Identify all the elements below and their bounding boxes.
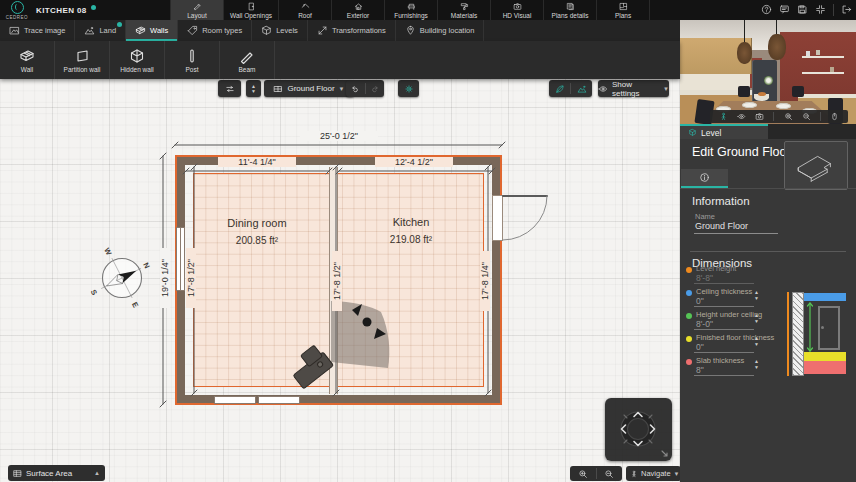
divider bbox=[773, 112, 774, 121]
top-tab-layout[interactable]: Layout bbox=[170, 0, 223, 20]
pin-icon bbox=[405, 25, 416, 36]
ribbon-tab-building-location[interactable]: Building location bbox=[396, 20, 485, 41]
person-icon[interactable] bbox=[719, 112, 728, 121]
top-tab-furnishings[interactable]: Furnishings bbox=[384, 0, 437, 20]
field-stepper[interactable]: ▲▼ bbox=[754, 312, 759, 324]
field-color-dot bbox=[686, 313, 692, 319]
ribbon-tab-room-types[interactable]: Room types bbox=[178, 20, 252, 41]
compass-s: S bbox=[89, 288, 99, 297]
eye-icon[interactable] bbox=[737, 112, 746, 121]
window-actions bbox=[761, 0, 852, 20]
field-value[interactable]: 8" bbox=[696, 365, 704, 375]
navigation-dpad[interactable] bbox=[605, 398, 672, 461]
ribbon-tab-levels[interactable]: Levels bbox=[252, 20, 308, 41]
ribbon-tab-trace-image[interactable]: Trace image bbox=[0, 20, 75, 41]
tool-post[interactable]: Post bbox=[165, 41, 220, 79]
toggle-2d-3d-button[interactable] bbox=[218, 80, 241, 97]
ribbon-tab-land[interactable]: Land bbox=[75, 20, 126, 41]
settings-tool-button[interactable] bbox=[398, 80, 419, 97]
top-tab-hd-visual[interactable]: HD Visual bbox=[490, 0, 543, 20]
vegetation-toggle-icon[interactable] bbox=[549, 84, 570, 94]
field-label: Finished floor thickness bbox=[696, 333, 774, 342]
field-value[interactable]: 0" bbox=[696, 296, 704, 306]
level-selector-dropdown[interactable]: Ground Floor ▼ bbox=[264, 80, 354, 97]
tool-hidden-wall[interactable]: Hidden wall bbox=[110, 41, 165, 79]
save-button[interactable] bbox=[797, 1, 808, 19]
slab-thumbnail[interactable] bbox=[784, 141, 848, 190]
tab-level[interactable]: Level bbox=[680, 124, 768, 139]
field-label: Slab thickness bbox=[696, 356, 744, 365]
field-stepper[interactable]: ▲▼ bbox=[754, 358, 759, 370]
room-label-kitchen[interactable]: Kitchen 219.08 ft² bbox=[351, 216, 471, 245]
level-stepper[interactable]: ▲▼ bbox=[246, 80, 261, 97]
top-tab-wall-openings[interactable]: Wall Openings bbox=[223, 0, 278, 20]
surface-area-button[interactable]: Surface Area ▲ bbox=[8, 465, 105, 481]
roof-icon bbox=[301, 2, 310, 11]
top-tab-roof[interactable]: Roof bbox=[278, 0, 331, 20]
zoomout-icon[interactable] bbox=[802, 112, 811, 121]
window-bottom-2[interactable] bbox=[258, 396, 300, 404]
top-tab-materials[interactable]: Materials bbox=[437, 0, 490, 20]
field-color-dot bbox=[686, 336, 692, 342]
cedreo-logo[interactable]: CEDREO bbox=[2, 0, 32, 20]
tool-partition-wall[interactable]: Partition wall bbox=[55, 41, 110, 79]
stepper-arrows-icon: ▲▼ bbox=[251, 84, 256, 94]
top-tab-exterior[interactable]: Exterior bbox=[331, 0, 384, 20]
tool-beam[interactable]: Beam bbox=[220, 41, 275, 79]
name-field-value[interactable]: Ground Floor bbox=[695, 221, 748, 231]
window-left-wall[interactable] bbox=[176, 227, 185, 291]
person-icon bbox=[630, 470, 638, 478]
diagram-slab-bar bbox=[804, 361, 846, 374]
edit-project-name-icon[interactable] bbox=[91, 5, 96, 10]
zoom-in-icon[interactable] bbox=[578, 469, 588, 479]
ribbon-tab-transformations[interactable]: Transformations bbox=[308, 20, 396, 41]
diagram-ceiling-bar bbox=[804, 293, 846, 301]
diagram-floor-bar bbox=[804, 352, 846, 361]
edit-level-panel: Level Edit Ground Floor Information Name… bbox=[680, 124, 856, 482]
feedback-button[interactable] bbox=[779, 1, 790, 19]
chevron-down-icon: ▼ bbox=[339, 86, 345, 92]
zoomin-icon[interactable] bbox=[784, 112, 793, 121]
window-bottom-1[interactable] bbox=[214, 396, 256, 404]
shrink-icon bbox=[815, 4, 826, 15]
show-settings-label: Show settings bbox=[612, 80, 659, 98]
partition-icon bbox=[74, 48, 90, 64]
help-button[interactable] bbox=[761, 1, 772, 19]
divider bbox=[596, 468, 597, 479]
terrain-toggle-icon[interactable] bbox=[571, 84, 592, 94]
tool-wall[interactable]: Wall bbox=[0, 41, 55, 79]
top-menu-bar: CEDREO KITCHEN 08 LayoutWall OpeningsRoo… bbox=[0, 0, 856, 20]
field-underline bbox=[694, 283, 754, 284]
door-opening[interactable] bbox=[492, 195, 503, 241]
redo-icon[interactable] bbox=[366, 84, 385, 94]
collapse-button[interactable] bbox=[815, 1, 826, 19]
field-value[interactable]: 0" bbox=[696, 342, 704, 352]
dpad-resize-handle[interactable] bbox=[662, 451, 667, 456]
field-underline bbox=[694, 375, 754, 376]
floor-plan-canvas[interactable]: ▲▼ Ground Floor ▼ Show settings ▼ bbox=[0, 79, 680, 482]
undo-icon[interactable] bbox=[346, 84, 365, 94]
camera-icon[interactable] bbox=[755, 112, 764, 121]
top-tab-plans[interactable]: Plans bbox=[596, 0, 650, 20]
chair-icon bbox=[407, 2, 416, 11]
field-stepper[interactable]: ▲▼ bbox=[754, 335, 759, 347]
divider bbox=[833, 4, 834, 16]
room-label-dining[interactable]: Dining room 200.85 ft² bbox=[197, 217, 317, 246]
floor-icon bbox=[273, 84, 283, 94]
zoom-out-icon[interactable] bbox=[604, 469, 614, 479]
navigate-dropdown[interactable]: Navigate ▼ bbox=[626, 466, 680, 481]
field-stepper[interactable]: ▲▼ bbox=[754, 289, 759, 301]
field-value[interactable]: 8'-0" bbox=[696, 319, 713, 329]
compass-e: E bbox=[130, 301, 140, 310]
top-tab-plans-details[interactable]: Plans details bbox=[543, 0, 596, 20]
mouse-icon[interactable] bbox=[830, 112, 839, 121]
field-color-dot bbox=[686, 267, 692, 273]
cedreo-logo-icon bbox=[11, 1, 24, 14]
chevron-down-icon: ▼ bbox=[674, 471, 680, 477]
preview-shelf bbox=[802, 56, 844, 58]
ribbon-tab-walls[interactable]: Walls bbox=[126, 20, 178, 41]
tab-information[interactable] bbox=[681, 169, 728, 188]
show-settings-dropdown[interactable]: Show settings ▼ bbox=[598, 80, 669, 97]
exit-button[interactable] bbox=[841, 1, 852, 19]
3d-preview[interactable] bbox=[680, 20, 856, 124]
